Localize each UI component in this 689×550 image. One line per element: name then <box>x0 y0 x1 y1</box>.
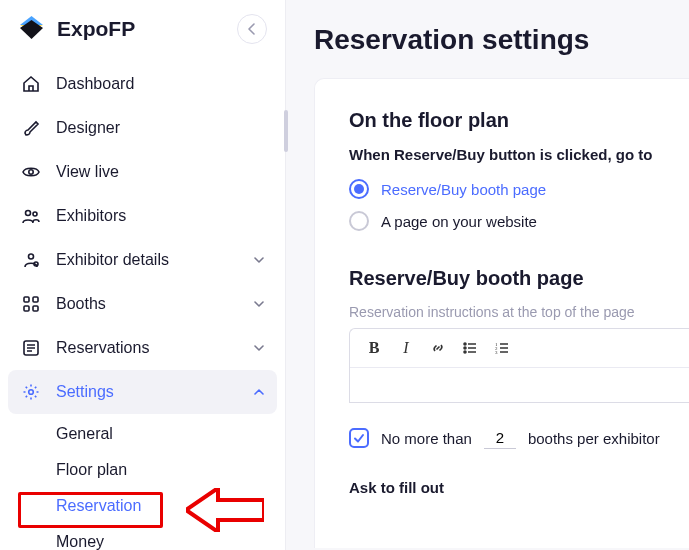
subnav-item-floor-plan[interactable]: Floor plan <box>8 452 277 488</box>
radio-icon <box>349 211 369 231</box>
sidebar-item-designer[interactable]: Designer <box>8 106 277 150</box>
nav-label: Settings <box>56 383 114 401</box>
svg-point-12 <box>464 347 466 349</box>
brand-text: ExpoFP <box>57 17 135 41</box>
svg-point-3 <box>29 254 34 259</box>
limit-prefix: No more than <box>381 430 472 447</box>
chevron-down-icon <box>253 342 265 354</box>
radio-label: A page on your website <box>381 213 537 230</box>
chevron-down-icon <box>253 254 265 266</box>
sidebar-item-reservations[interactable]: Reservations <box>8 326 277 370</box>
main-content: Reservation settings On the floor plan W… <box>285 0 689 550</box>
svg-text:3: 3 <box>495 350 498 355</box>
grid-icon <box>20 293 42 315</box>
sidebar-item-settings[interactable]: Settings <box>8 370 277 414</box>
sidebar-item-view-live[interactable]: View live <box>8 150 277 194</box>
section-heading-booth-page: Reserve/Buy booth page <box>349 267 689 290</box>
radio-option-booth-page[interactable]: Reserve/Buy booth page <box>349 179 689 199</box>
svg-rect-8 <box>33 306 38 311</box>
chevron-left-icon <box>246 23 258 35</box>
gear-icon <box>20 381 42 403</box>
svg-rect-6 <box>33 297 38 302</box>
section-heading-floor: On the floor plan <box>349 109 689 132</box>
check-icon <box>353 432 365 444</box>
sidebar-item-exhibitors[interactable]: Exhibitors <box>8 194 277 238</box>
sidebar-item-booths[interactable]: Booths <box>8 282 277 326</box>
nav-label: Exhibitors <box>56 207 126 225</box>
bullet-list-button[interactable] <box>456 335 484 361</box>
brush-icon <box>20 117 42 139</box>
instructions-editor: B I 123 <box>349 328 689 403</box>
collapse-sidebar-button[interactable] <box>237 14 267 44</box>
instructions-caption: Reservation instructions at the top of t… <box>349 304 689 320</box>
numbered-list-icon: 123 <box>494 340 510 356</box>
settings-subnav: General Floor plan Reservation Money <box>8 414 277 550</box>
svg-point-10 <box>29 390 34 395</box>
chevron-up-icon <box>253 386 265 398</box>
link-icon <box>430 340 446 356</box>
bold-button[interactable]: B <box>360 335 388 361</box>
svg-point-11 <box>464 343 466 345</box>
radio-option-external-page[interactable]: A page on your website <box>349 211 689 231</box>
nav-label: Booths <box>56 295 106 313</box>
subnav-item-money[interactable]: Money <box>8 524 277 550</box>
section-subheading-floor: When Reserve/Buy button is clicked, go t… <box>349 146 689 163</box>
svg-point-1 <box>26 211 31 216</box>
logo-icon <box>18 16 45 43</box>
svg-point-2 <box>33 212 37 216</box>
nav-label: View live <box>56 163 119 181</box>
settings-panel: On the floor plan When Reserve/Buy butto… <box>314 78 689 548</box>
radio-icon <box>349 179 369 199</box>
panel-resize-handle[interactable] <box>284 110 288 152</box>
limit-checkbox[interactable] <box>349 428 369 448</box>
editor-toolbar: B I 123 <box>350 329 689 368</box>
sidebar-item-exhibitor-details[interactable]: Exhibitor details <box>8 238 277 282</box>
list-icon <box>20 337 42 359</box>
svg-rect-5 <box>24 297 29 302</box>
nav: Dashboard Designer View live Exhibitors <box>0 58 285 550</box>
page-title: Reservation settings <box>314 24 689 56</box>
italic-button[interactable]: I <box>392 335 420 361</box>
nav-label: Designer <box>56 119 120 137</box>
user-detail-icon <box>20 249 42 271</box>
bullet-list-icon <box>462 340 478 356</box>
nav-label: Exhibitor details <box>56 251 169 269</box>
subnav-item-general[interactable]: General <box>8 416 277 452</box>
chevron-down-icon <box>253 298 265 310</box>
radio-label: Reserve/Buy booth page <box>381 181 546 198</box>
sidebar-item-dashboard[interactable]: Dashboard <box>8 62 277 106</box>
svg-point-13 <box>464 351 466 353</box>
sidebar: ExpoFP Dashboard Designer View live <box>0 0 285 550</box>
limit-count-input[interactable] <box>484 427 516 449</box>
destination-radio-group: Reserve/Buy booth page A page on your we… <box>349 179 689 231</box>
svg-rect-7 <box>24 306 29 311</box>
booth-limit-row: No more than booths per exhibitor <box>349 427 689 449</box>
home-icon <box>20 73 42 95</box>
nav-label: Reservations <box>56 339 149 357</box>
instructions-textarea[interactable] <box>350 368 689 402</box>
eye-icon <box>20 161 42 183</box>
subnav-item-reservation[interactable]: Reservation <box>8 488 277 524</box>
limit-suffix: booths per exhibitor <box>528 430 660 447</box>
link-button[interactable] <box>424 335 452 361</box>
nav-label: Dashboard <box>56 75 134 93</box>
numbered-list-button[interactable]: 123 <box>488 335 516 361</box>
users-icon <box>20 205 42 227</box>
svg-point-0 <box>29 170 33 174</box>
section-heading-ask: Ask to fill out <box>349 479 689 496</box>
brand-row: ExpoFP <box>0 0 285 58</box>
